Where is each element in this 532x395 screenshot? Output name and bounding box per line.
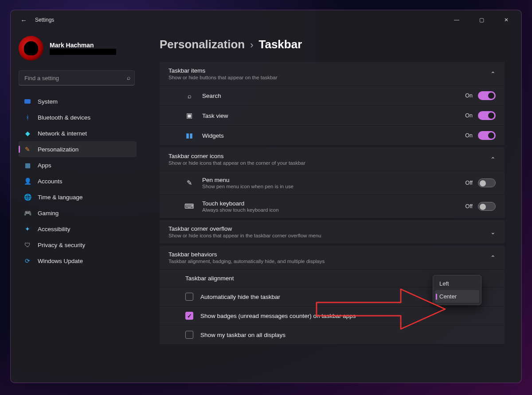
nav-accounts[interactable]: 👤Accounts: [19, 173, 137, 189]
section-taskbar-items[interactable]: Taskbar items Show or hide buttons that …: [160, 62, 505, 86]
window-title: Settings: [35, 17, 54, 23]
row-taskview[interactable]: ▣Task view On: [160, 106, 505, 126]
chevron-right-icon: ›: [250, 39, 253, 51]
update-icon: ⟳: [24, 257, 31, 264]
avatar: [19, 36, 43, 61]
nav-privacy[interactable]: 🛡Privacy & security: [19, 237, 137, 253]
nav-accessibility[interactable]: ✦Accessibility: [19, 221, 137, 237]
person-icon: 👤: [24, 178, 31, 185]
gamepad-icon: 🎮: [24, 209, 31, 217]
row-widgets[interactable]: ▮▮Widgets On: [160, 126, 505, 146]
minimize-button[interactable]: ―: [447, 13, 466, 27]
accessibility-icon: ✦: [24, 225, 31, 232]
toggle-search[interactable]: [478, 91, 496, 100]
widgets-icon: ▮▮: [185, 132, 193, 139]
profile-block[interactable]: Mark Hachman: [19, 36, 137, 61]
nav-network[interactable]: ◆Network & internet: [19, 125, 137, 141]
toggle-widgets[interactable]: [478, 131, 496, 140]
toggle-taskview[interactable]: [478, 111, 496, 120]
alignment-option-center[interactable]: Center: [435, 290, 479, 303]
checkbox-badges[interactable]: ✓: [185, 312, 193, 320]
section-behaviors[interactable]: Taskbar behaviors Taskbar alignment, bad…: [160, 246, 505, 270]
breadcrumb: Personalization › Taskbar: [160, 38, 505, 51]
row-touch-keyboard[interactable]: ⌨Touch keyboardAlways show touch keyboar…: [160, 195, 505, 218]
chevron-up-icon: ⌃: [490, 70, 496, 77]
search-input[interactable]: [19, 70, 135, 85]
section-corner-icons[interactable]: Taskbar corner icons Show or hide icons …: [160, 147, 505, 171]
nav-apps[interactable]: ▦Apps: [19, 157, 137, 173]
nav-time[interactable]: 🌐Time & language: [19, 189, 137, 205]
nav-personalization[interactable]: ✎Personalization: [19, 141, 137, 157]
search-icon: ⌕: [127, 74, 130, 81]
row-search[interactable]: ⌕Search On: [160, 86, 505, 106]
row-pen-menu[interactable]: ✎Pen menuShow pen menu icon when pen is …: [160, 171, 505, 195]
globe-icon: 🌐: [24, 194, 31, 201]
main-content: Personalization › Taskbar Taskbar items …: [142, 30, 521, 383]
taskview-icon: ▣: [185, 112, 193, 120]
chevron-up-icon: ⌃: [490, 156, 496, 163]
section-overflow[interactable]: Taskbar corner overflow Show or hide ico…: [160, 220, 505, 244]
chevron-down-icon: ⌄: [490, 228, 496, 236]
settings-window: ← Settings ― ▢ ✕ Mark Hachman ⌕ System: [10, 10, 522, 383]
sidebar: Mark Hachman ⌕ System ᚼBluetooth & devic…: [11, 30, 142, 383]
brush-icon: ✎: [24, 146, 31, 153]
checkbox-autohide[interactable]: [185, 293, 193, 301]
profile-name: Mark Hachman: [50, 42, 116, 49]
search-icon: ⌕: [185, 92, 193, 100]
shield-icon: 🛡: [24, 241, 31, 248]
apps-icon: ▦: [24, 162, 31, 169]
toggle-pen[interactable]: [478, 178, 496, 187]
breadcrumb-current: Taskbar: [258, 38, 302, 51]
breadcrumb-parent[interactable]: Personalization: [160, 38, 245, 51]
alignment-option-left[interactable]: Left: [435, 277, 479, 290]
row-badges[interactable]: ✓Show badges (unread messages counter) o…: [160, 306, 505, 325]
chevron-up-icon: ⌃: [490, 254, 496, 261]
keyboard-icon: ⌨: [185, 202, 193, 210]
back-button[interactable]: ←: [20, 16, 27, 24]
close-button[interactable]: ✕: [497, 13, 516, 27]
nav-system[interactable]: System: [19, 93, 137, 109]
nav-bluetooth[interactable]: ᚼBluetooth & devices: [19, 109, 137, 125]
checkbox-alldisplays[interactable]: [185, 331, 193, 339]
profile-sub: [50, 49, 116, 55]
toggle-touchkb[interactable]: [478, 202, 496, 211]
nav-gaming[interactable]: 🎮Gaming: [19, 205, 137, 221]
bluetooth-icon: ᚼ: [24, 114, 31, 121]
alignment-dropdown[interactable]: Left Center: [433, 275, 481, 305]
display-icon: [24, 98, 31, 105]
wifi-icon: ◆: [24, 130, 31, 137]
pen-icon: ✎: [185, 179, 193, 187]
nav-update[interactable]: ⟳Windows Update: [19, 253, 137, 269]
maximize-button[interactable]: ▢: [472, 13, 491, 27]
row-all-displays[interactable]: Show my taskbar on all displays: [160, 325, 505, 345]
titlebar: ← Settings ― ▢ ✕: [11, 10, 521, 30]
